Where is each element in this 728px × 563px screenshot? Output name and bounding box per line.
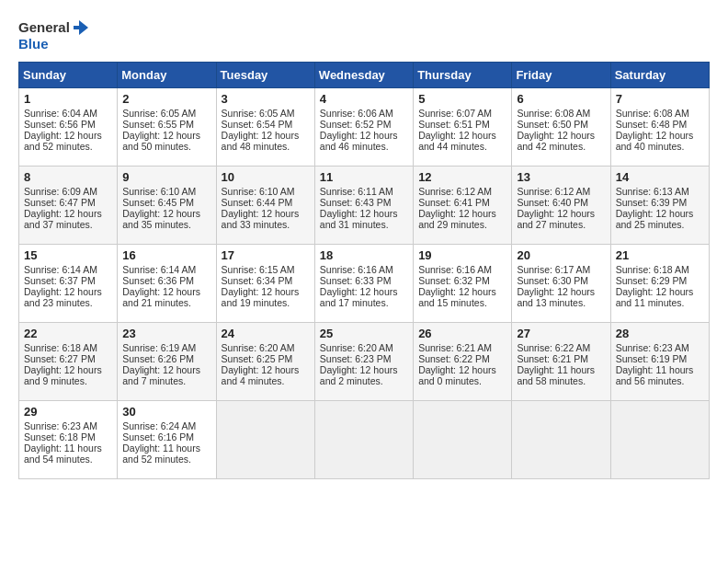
day-number: 30 <box>122 405 210 419</box>
sunset-text: Sunset: 6:47 PM <box>24 197 96 208</box>
day-number: 4 <box>320 92 408 106</box>
day-header: Thursday <box>414 62 512 87</box>
calendar-cell: 17Sunrise: 6:15 AMSunset: 6:34 PMDayligh… <box>216 244 314 322</box>
calendar-cell: 10Sunrise: 6:10 AMSunset: 6:44 PMDayligh… <box>216 166 314 244</box>
sunset-text: Sunset: 6:18 PM <box>24 431 96 442</box>
daylight-text: Daylight: 12 hours and 46 minutes. <box>320 130 398 152</box>
day-number: 5 <box>418 92 506 106</box>
calendar-cell: 1Sunrise: 6:04 AMSunset: 6:56 PMDaylight… <box>19 87 118 166</box>
day-number: 24 <box>222 327 310 340</box>
sunset-text: Sunset: 6:34 PM <box>222 275 293 286</box>
sunrise-text: Sunrise: 6:16 AM <box>418 264 492 275</box>
daylight-text: Daylight: 12 hours and 48 minutes. <box>222 130 300 152</box>
sunset-text: Sunset: 6:30 PM <box>517 275 588 286</box>
calendar-week-row: 8Sunrise: 6:09 AMSunset: 6:47 PMDaylight… <box>19 166 710 244</box>
day-number: 20 <box>517 248 605 262</box>
calendar-week-row: 29Sunrise: 6:23 AMSunset: 6:18 PMDayligh… <box>19 400 710 478</box>
day-number: 23 <box>122 327 210 340</box>
calendar-cell: 14Sunrise: 6:13 AMSunset: 6:39 PMDayligh… <box>610 166 709 244</box>
day-number: 16 <box>122 248 210 262</box>
sunrise-text: Sunrise: 6:10 AM <box>222 186 295 197</box>
sunrise-text: Sunrise: 6:18 AM <box>24 342 97 353</box>
sunrise-text: Sunrise: 6:09 AM <box>24 186 97 197</box>
calendar-cell: 20Sunrise: 6:17 AMSunset: 6:30 PMDayligh… <box>512 244 610 322</box>
sunrise-text: Sunrise: 6:23 AM <box>24 420 97 431</box>
logo-container: General Blue <box>18 18 90 52</box>
sunset-text: Sunset: 6:27 PM <box>24 353 96 364</box>
day-number: 29 <box>24 405 112 419</box>
sunrise-text: Sunrise: 6:04 AM <box>24 108 97 119</box>
calendar-cell: 5Sunrise: 6:07 AMSunset: 6:51 PMDaylight… <box>414 87 512 166</box>
calendar-cell: 4Sunrise: 6:06 AMSunset: 6:52 PMDaylight… <box>314 87 413 166</box>
sunset-text: Sunset: 6:36 PM <box>122 275 194 286</box>
day-number: 1 <box>24 92 112 106</box>
sunrise-text: Sunrise: 6:08 AM <box>616 108 689 119</box>
sunrise-text: Sunrise: 6:20 AM <box>320 342 393 353</box>
sunset-text: Sunset: 6:55 PM <box>122 119 194 130</box>
daylight-text: Daylight: 12 hours and 21 minutes. <box>122 286 200 308</box>
calendar-cell: 23Sunrise: 6:19 AMSunset: 6:26 PMDayligh… <box>118 322 216 400</box>
daylight-text: Daylight: 12 hours and 33 minutes. <box>222 208 300 230</box>
daylight-text: Daylight: 12 hours and 2 minutes. <box>320 364 398 386</box>
sunrise-text: Sunrise: 6:21 AM <box>418 342 492 353</box>
day-number: 28 <box>616 327 704 340</box>
sunset-text: Sunset: 6:51 PM <box>418 119 490 130</box>
sunset-text: Sunset: 6:22 PM <box>418 353 490 364</box>
calendar-cell: 25Sunrise: 6:20 AMSunset: 6:23 PMDayligh… <box>314 322 413 400</box>
sunrise-text: Sunrise: 6:16 AM <box>320 264 393 275</box>
sunset-text: Sunset: 6:41 PM <box>418 197 490 208</box>
logo-blue: Blue <box>18 37 90 52</box>
sunrise-text: Sunrise: 6:14 AM <box>122 264 196 275</box>
sunset-text: Sunset: 6:32 PM <box>418 275 490 286</box>
header: General Blue <box>18 18 710 52</box>
calendar-cell: 18Sunrise: 6:16 AMSunset: 6:33 PMDayligh… <box>314 244 413 322</box>
logo-arrow-icon <box>72 18 90 37</box>
calendar-cell: 24Sunrise: 6:20 AMSunset: 6:25 PMDayligh… <box>216 322 314 400</box>
sunrise-text: Sunrise: 6:15 AM <box>222 264 295 275</box>
daylight-text: Daylight: 12 hours and 25 minutes. <box>616 208 694 230</box>
calendar-cell: 8Sunrise: 6:09 AMSunset: 6:47 PMDaylight… <box>19 166 118 244</box>
sunset-text: Sunset: 6:25 PM <box>222 353 293 364</box>
sunrise-text: Sunrise: 6:19 AM <box>122 342 196 353</box>
daylight-text: Daylight: 11 hours and 54 minutes. <box>24 442 102 465</box>
daylight-text: Daylight: 12 hours and 11 minutes. <box>616 286 694 308</box>
calendar-cell: 6Sunrise: 6:08 AMSunset: 6:50 PMDaylight… <box>512 87 610 166</box>
sunrise-text: Sunrise: 6:13 AM <box>616 186 689 197</box>
day-number: 18 <box>320 248 408 262</box>
day-number: 25 <box>320 327 408 340</box>
calendar-cell: 9Sunrise: 6:10 AMSunset: 6:45 PMDaylight… <box>118 166 216 244</box>
sunset-text: Sunset: 6:29 PM <box>616 275 688 286</box>
day-number: 19 <box>418 248 506 262</box>
calendar-cell: 30Sunrise: 6:24 AMSunset: 6:16 PMDayligh… <box>118 400 216 478</box>
calendar-cell: 2Sunrise: 6:05 AMSunset: 6:55 PMDaylight… <box>118 87 216 166</box>
calendar-week-row: 22Sunrise: 6:18 AMSunset: 6:27 PMDayligh… <box>19 322 710 400</box>
day-number: 2 <box>122 92 210 106</box>
day-number: 6 <box>517 92 605 106</box>
day-number: 22 <box>24 327 112 340</box>
day-number: 12 <box>418 170 506 184</box>
daylight-text: Daylight: 11 hours and 56 minutes. <box>616 364 694 386</box>
daylight-text: Daylight: 12 hours and 17 minutes. <box>320 286 398 308</box>
sunset-text: Sunset: 6:21 PM <box>517 353 588 364</box>
daylight-text: Daylight: 12 hours and 44 minutes. <box>418 130 496 152</box>
daylight-text: Daylight: 11 hours and 58 minutes. <box>517 364 595 386</box>
calendar-cell <box>512 400 610 478</box>
day-number: 7 <box>616 92 704 106</box>
sunset-text: Sunset: 6:43 PM <box>320 197 392 208</box>
sunset-text: Sunset: 6:40 PM <box>517 197 588 208</box>
calendar-cell: 7Sunrise: 6:08 AMSunset: 6:48 PMDaylight… <box>610 87 709 166</box>
daylight-text: Daylight: 12 hours and 7 minutes. <box>122 364 200 386</box>
sunset-text: Sunset: 6:48 PM <box>616 119 688 130</box>
calendar-cell: 22Sunrise: 6:18 AMSunset: 6:27 PMDayligh… <box>19 322 118 400</box>
day-number: 26 <box>418 327 506 340</box>
logo: General Blue <box>18 18 90 52</box>
daylight-text: Daylight: 12 hours and 31 minutes. <box>320 208 398 230</box>
day-number: 17 <box>222 248 310 262</box>
sunset-text: Sunset: 6:45 PM <box>122 197 194 208</box>
calendar-cell: 11Sunrise: 6:11 AMSunset: 6:43 PMDayligh… <box>314 166 413 244</box>
sunrise-text: Sunrise: 6:05 AM <box>122 108 196 119</box>
sunset-text: Sunset: 6:19 PM <box>616 353 688 364</box>
daylight-text: Daylight: 12 hours and 35 minutes. <box>122 208 200 230</box>
daylight-text: Daylight: 12 hours and 19 minutes. <box>222 286 300 308</box>
day-header: Sunday <box>19 62 118 87</box>
